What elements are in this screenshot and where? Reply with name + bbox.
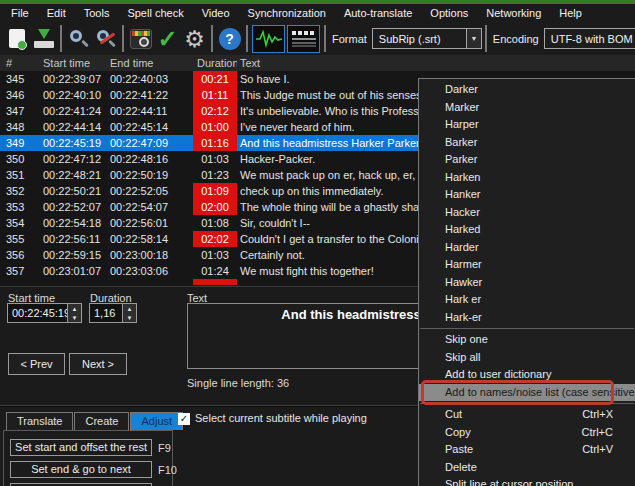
help-button[interactable]: ? <box>216 25 243 53</box>
button-set-end-go-to-next[interactable]: Set end & go to next <box>10 461 152 478</box>
start-time-cell: 00:22:48:21 <box>43 167 110 183</box>
end-time-cell: 00:22:40:03 <box>110 71 193 87</box>
arrow-up-icon[interactable]: ▲ <box>68 304 81 313</box>
menu-item-suggestion-hark-er[interactable]: Hark er <box>419 291 635 309</box>
settings-button[interactable]: ⚙ <box>181 25 208 53</box>
column-header-duration[interactable]: Duration <box>193 55 237 71</box>
format-dropdown[interactable]: SubRip (.srt) ▼ <box>372 28 482 49</box>
menu-item-suggestion-harken[interactable]: Harken <box>419 169 635 187</box>
visual-sync-button[interactable] <box>127 25 154 53</box>
checkbox-check-icon[interactable]: ✓ <box>178 413 190 425</box>
menu-item-delete[interactable]: Delete <box>419 459 635 477</box>
column-header-[interactable]: # <box>0 55 43 71</box>
menu-tools[interactable]: Tools <box>75 4 119 22</box>
waveform-toggle-button[interactable] <box>252 25 285 53</box>
menu-item-suggestion-hanker[interactable]: Hanker <box>419 186 635 204</box>
duration-cell: 01:24 <box>193 263 237 279</box>
menu-item-suggestion-darker[interactable]: Darker <box>419 81 635 99</box>
prev-button[interactable]: < Prev <box>8 353 65 375</box>
duration-cell: 01:00 <box>193 119 237 135</box>
arrow-down-icon[interactable]: ▼ <box>123 313 136 322</box>
start-time-spinner[interactable]: 00:22:45:19 ▲▼ <box>7 303 82 323</box>
subtitle-edit-window: FileEditToolsSpell checkVideoSynchroniza… <box>0 0 635 486</box>
row-number-cell: 348 <box>0 119 43 135</box>
menu-item-suggestion-harder[interactable]: Harder <box>419 239 635 257</box>
menu-options[interactable]: Options <box>421 4 477 22</box>
column-header-end-time[interactable]: End time <box>110 55 193 71</box>
row-number-cell: 357 <box>0 263 43 279</box>
menu-item-paste[interactable]: PasteCtrl+V <box>419 441 635 459</box>
replace-button[interactable] <box>92 25 119 53</box>
menu-item-suggestion-parker[interactable]: Parker <box>419 151 635 169</box>
open-file-button[interactable] <box>30 25 57 53</box>
menu-item-suggestion-marker[interactable]: Marker <box>419 99 635 117</box>
menu-item-skip-one[interactable]: Skip one <box>419 331 635 349</box>
toolbar-separator <box>60 25 62 52</box>
duration-cell: 01:16 <box>193 135 237 151</box>
next-button[interactable]: Next > <box>69 353 127 375</box>
menu-video[interactable]: Video <box>193 4 239 22</box>
menu-help[interactable]: Help <box>550 4 591 22</box>
start-time-cell: 00:22:44:14 <box>43 119 110 135</box>
duration-value: 1,16 <box>90 304 122 322</box>
menu-networking[interactable]: Networking <box>477 4 550 22</box>
menu-file[interactable]: File <box>2 4 38 22</box>
menu-item-split-line-at-cursor-position[interactable]: Split line at cursor position <box>419 476 635 486</box>
menu-item-add-to-user-dictionary[interactable]: Add to user dictionary <box>419 366 635 384</box>
menu-item-skip-all[interactable]: Skip all <box>419 349 635 367</box>
duration-cell: 01:09 <box>193 183 237 199</box>
menu-separator <box>420 328 634 329</box>
start-time-cell: 00:22:56:11 <box>43 231 110 247</box>
spell-check-icon: ✓ <box>157 27 177 51</box>
search-icon <box>69 29 89 49</box>
menu-edit[interactable]: Edit <box>38 4 75 22</box>
new-file-button[interactable] <box>3 25 30 53</box>
start-time-cell: 00:22:54:18 <box>43 215 110 231</box>
menu-item-suggestion-barker[interactable]: Barker <box>419 134 635 152</box>
end-time-cell: 00:22:44:11 <box>110 103 193 119</box>
new-file-icon <box>9 29 25 48</box>
row-number-cell: 346 <box>0 87 43 103</box>
arrow-down-icon[interactable]: ▼ <box>68 313 81 322</box>
spell-check-button[interactable]: ✓ <box>154 25 181 53</box>
menu-auto-translate[interactable]: Auto-translate <box>335 4 421 22</box>
tab-create[interactable]: Create <box>74 412 129 430</box>
tab-adjust[interactable]: Adjust <box>130 412 183 430</box>
list-view-toggle-button[interactable] <box>287 25 320 53</box>
menu-item-label: Copy <box>445 424 471 442</box>
select-current-subtitle-checkbox[interactable]: ✓ Select current subtitle while playing <box>178 412 367 425</box>
spell-check-context-menu: DarkerMarkerHarperBarkerParkerHarkenHank… <box>418 78 635 486</box>
menu-item-suggestion-hacker[interactable]: Hacker <box>419 204 635 222</box>
gear-icon: ⚙ <box>184 27 205 51</box>
tab-translate[interactable]: Translate <box>6 412 73 430</box>
menu-item-suggestion-harmer[interactable]: Harmer <box>419 256 635 274</box>
chevron-down-icon: ▼ <box>466 29 481 48</box>
button-set-start-and-offset-the-rest[interactable]: Set start and offset the rest <box>10 439 152 456</box>
menu-item-suggestion-hark-er[interactable]: Hark-er <box>419 309 635 327</box>
end-time-cell: 00:22:58:14 <box>110 231 193 247</box>
column-header-start-time[interactable]: Start time <box>43 55 110 71</box>
menu-item-label: Cut <box>445 406 462 424</box>
row-number-cell: 355 <box>0 231 43 247</box>
arrow-up-icon[interactable]: ▲ <box>123 304 136 313</box>
menu-item-cut[interactable]: CutCtrl+X <box>419 406 635 424</box>
start-time-cell: 00:23:01:07 <box>43 263 110 279</box>
menu-item-suggestion-harper[interactable]: Harper <box>419 116 635 134</box>
end-time-cell: 00:23:00:18 <box>110 247 193 263</box>
duration-cell <box>193 279 237 285</box>
menu-spell-check[interactable]: Spell check <box>118 4 192 22</box>
menu-item-suggestion-harked[interactable]: Harked <box>419 221 635 239</box>
encoding-dropdown[interactable]: UTF-8 with BOM ▼ <box>544 28 635 49</box>
column-header-text[interactable]: Text <box>237 55 635 71</box>
open-file-icon <box>34 29 54 49</box>
menu-item-add-to-names-noise-list-case-sensitive[interactable]: Add to names/noise list (case sensitive) <box>419 384 635 402</box>
menu-synchronization[interactable]: Synchronization <box>239 4 335 22</box>
menu-item-copy[interactable]: CopyCtrl+C <box>419 424 635 442</box>
spinner-arrows[interactable]: ▲▼ <box>67 304 81 322</box>
start-time-cell: 00:22:41:24 <box>43 103 110 119</box>
duration-spinner[interactable]: 1,16 ▲▼ <box>89 303 137 323</box>
menu-item-suggestion-hawker[interactable]: Hawker <box>419 274 635 292</box>
find-button[interactable] <box>65 25 92 53</box>
spinner-arrows[interactable]: ▲▼ <box>122 304 136 322</box>
visual-sync-icon <box>130 29 152 49</box>
